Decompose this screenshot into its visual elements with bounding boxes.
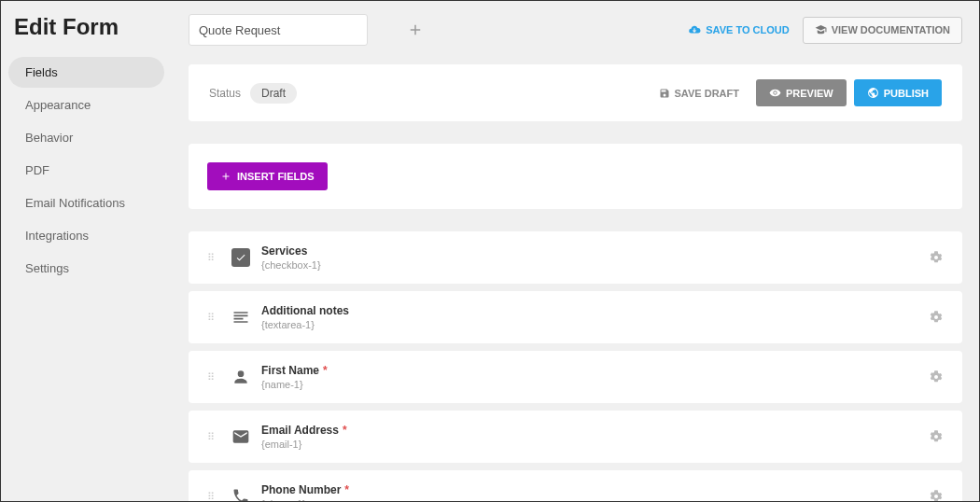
insert-fields-label: INSERT FIELDS: [237, 171, 315, 182]
save-to-cloud-label: SAVE TO CLOUD: [706, 24, 789, 35]
mail-icon: [231, 427, 250, 446]
plus-icon[interactable]: [407, 21, 424, 38]
publish-button[interactable]: PUBLISH: [854, 79, 942, 106]
field-row[interactable]: ⠿Email Address*{email-1}: [189, 411, 962, 463]
checkbox-icon: [231, 248, 250, 267]
sidebar-item-settings[interactable]: Settings: [8, 253, 164, 284]
textarea-icon: [231, 308, 250, 327]
phone-icon: [231, 487, 250, 501]
status-badge: Draft: [250, 83, 297, 104]
field-text: Phone Number*{phone-1}: [261, 483, 929, 501]
sidebar-item-appearance[interactable]: Appearance: [8, 90, 164, 120]
save-to-cloud-button[interactable]: SAVE TO CLOUD: [688, 23, 789, 36]
drag-handle-icon[interactable]: ⠿: [207, 256, 218, 260]
field-label: Phone Number*: [261, 483, 929, 496]
preview-button[interactable]: PREVIEW: [756, 79, 847, 106]
insert-fields-button[interactable]: INSERT FIELDS: [207, 162, 328, 190]
field-row[interactable]: ⠿First Name*{name-1}: [189, 351, 962, 403]
gear-icon[interactable]: [379, 21, 396, 38]
drag-handle-icon[interactable]: ⠿: [207, 495, 218, 499]
field-row[interactable]: ⠿Additional notes{textarea-1}: [189, 291, 962, 343]
sidebar-item-fields[interactable]: Fields: [8, 57, 164, 88]
required-indicator: *: [323, 364, 328, 377]
field-label: Email Address*: [261, 424, 929, 437]
field-row[interactable]: ⠿Phone Number*{phone-1}: [189, 470, 962, 501]
topbar: SAVE TO CLOUD VIEW DOCUMENTATION: [189, 14, 962, 46]
gear-icon[interactable]: [929, 429, 944, 444]
drag-handle-icon[interactable]: ⠿: [207, 435, 218, 439]
field-text: Additional notes{textarea-1}: [261, 304, 929, 330]
drag-handle-icon[interactable]: ⠿: [207, 315, 218, 320]
field-label: Additional notes: [261, 304, 929, 317]
insert-fields-card: INSERT FIELDS: [189, 144, 962, 209]
gear-icon[interactable]: [929, 370, 944, 384]
sidebar: Edit Form FieldsAppearanceBehaviorPDFEma…: [1, 1, 172, 501]
person-icon: [231, 368, 250, 386]
field-id: {checkbox-1}: [261, 259, 929, 271]
required-indicator: *: [344, 483, 349, 496]
field-text: Services{checkbox-1}: [261, 244, 929, 271]
status-bar: Status Draft SAVE DRAFT PREVIEW PUBLISH: [189, 64, 962, 121]
field-label: First Name*: [261, 364, 929, 377]
field-text: First Name*{name-1}: [261, 364, 929, 390]
gear-icon[interactable]: [929, 489, 944, 501]
field-id: {email-1}: [261, 439, 929, 450]
save-draft-label: SAVE DRAFT: [675, 88, 739, 99]
main-content: SAVE TO CLOUD VIEW DOCUMENTATION Status …: [172, 1, 979, 501]
field-id: {phone-1}: [261, 498, 929, 501]
status-label: Status: [209, 87, 241, 100]
publish-label: PUBLISH: [884, 88, 929, 99]
page-title: Edit Form: [1, 14, 172, 57]
sidebar-item-pdf[interactable]: PDF: [8, 155, 164, 186]
view-documentation-button[interactable]: VIEW DOCUMENTATION: [803, 17, 962, 44]
field-text: Email Address*{email-1}: [261, 424, 929, 450]
form-name-input[interactable]: [189, 14, 368, 46]
field-id: {textarea-1}: [261, 319, 929, 330]
preview-label: PREVIEW: [786, 88, 833, 99]
field-id: {name-1}: [261, 379, 929, 390]
sidebar-item-behavior[interactable]: Behavior: [8, 122, 164, 153]
gear-icon[interactable]: [929, 250, 944, 265]
drag-handle-icon[interactable]: ⠿: [207, 375, 218, 380]
field-row[interactable]: ⠿Services{checkbox-1}: [189, 231, 962, 284]
required-indicator: *: [343, 424, 347, 437]
save-draft-button[interactable]: SAVE DRAFT: [659, 88, 739, 99]
sidebar-item-email-notifications[interactable]: Email Notifications: [8, 188, 164, 218]
view-documentation-label: VIEW DOCUMENTATION: [832, 24, 950, 35]
sidebar-item-integrations[interactable]: Integrations: [8, 220, 164, 251]
gear-icon[interactable]: [929, 310, 944, 325]
field-label: Services: [261, 244, 929, 258]
